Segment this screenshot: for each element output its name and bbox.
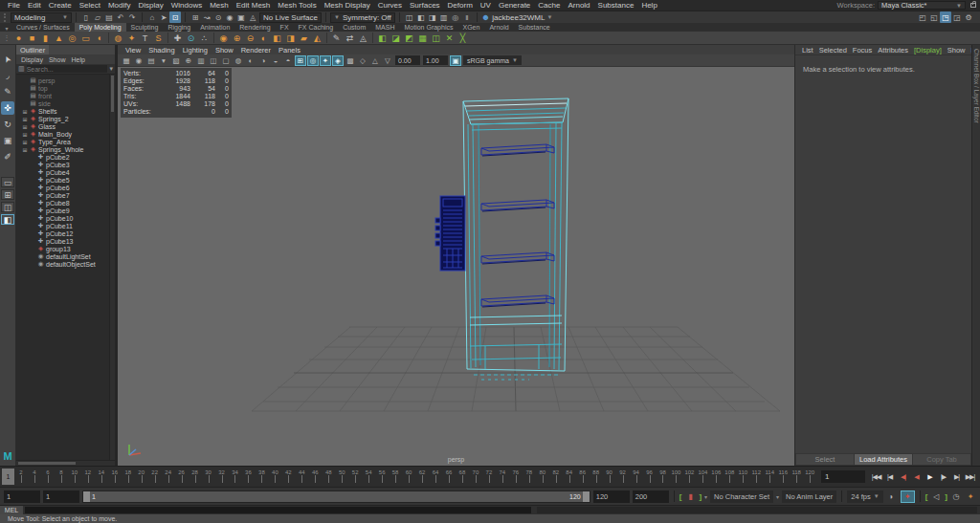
timeline-tick[interactable]: 112 — [749, 469, 763, 485]
gate-mask-icon[interactable]: ◍ — [233, 55, 244, 66]
grease-pencil-icon[interactable]: ▥ — [195, 55, 207, 66]
timeline-tick[interactable]: 58 — [389, 469, 402, 485]
menu-item[interactable]: Curves — [374, 1, 406, 10]
timeline-tick[interactable]: 76 — [509, 469, 523, 485]
timeline-tick[interactable]: 82 — [549, 469, 563, 485]
shelf-tab[interactable]: MASH — [370, 23, 399, 32]
shadows-icon[interactable]: ▩ — [345, 55, 356, 66]
film-gate-icon[interactable]: ◫ — [208, 55, 219, 66]
panel-menu-item[interactable]: Show — [212, 46, 237, 54]
sep[interactable] — [326, 33, 327, 43]
outliner-item[interactable]: ✚ pCube10 — [16, 214, 109, 222]
last-tool[interactable]: ✐ — [1, 150, 14, 163]
timeline-tick[interactable]: 50 — [335, 469, 348, 485]
3d-viewport-canvas[interactable]: Verts:1016 640 Edges:1928 1180 Faces:943… — [118, 67, 794, 466]
step-back-frame-button[interactable]: ◀| — [897, 473, 909, 481]
outliner-search-input[interactable] — [27, 65, 108, 73]
view-transform-icon[interactable]: ▣ — [450, 55, 461, 66]
menu-item[interactable]: Select — [76, 1, 104, 10]
poly-cube-icon[interactable]: ■ — [26, 32, 38, 44]
image-plane-icon[interactable]: ▧ — [170, 55, 182, 66]
sep[interactable] — [167, 33, 168, 43]
exposure-field[interactable]: 0.00 — [395, 55, 420, 65]
combine-icon[interactable]: ⊕ — [231, 32, 243, 44]
step-forward-key-button[interactable]: ▶| — [950, 473, 963, 481]
layout-single-pane[interactable]: ▭ — [1, 177, 14, 187]
poly-cylinder-icon[interactable]: ▮ — [39, 32, 52, 44]
toggle-channel-box-icon[interactable]: ⚙ — [963, 11, 974, 23]
timeline-tick[interactable]: 62 — [415, 469, 429, 485]
outliner-item[interactable]: ▤ persp — [16, 76, 109, 84]
expand-toggle-icon[interactable]: ⊞ — [22, 108, 28, 115]
snap-view-plane-icon[interactable]: ▣ — [235, 11, 247, 23]
attribute-editor-menu-item[interactable]: Show — [945, 46, 969, 54]
timeline-tick[interactable]: 110 — [736, 469, 749, 485]
outliner-item[interactable]: ✚ pCube3 — [16, 161, 109, 168]
extract-icon[interactable]: ◐ — [257, 32, 270, 44]
menu-item[interactable]: Display — [135, 1, 167, 10]
poly-sphere-icon[interactable]: ● — [12, 32, 25, 44]
panel-menu-item[interactable]: Shading — [145, 46, 179, 54]
timeline-tick[interactable]: 84 — [563, 469, 576, 485]
outliner-item[interactable]: ✚ pCube5 — [16, 176, 109, 184]
snap-grid-icon[interactable]: ⊞ — [189, 11, 201, 23]
timeline-tick[interactable]: 118 — [790, 469, 803, 485]
chevron-down-icon[interactable]: ▾ — [109, 65, 113, 73]
timeline-tick[interactable]: 8 — [55, 469, 68, 485]
outliner-item[interactable]: ⊞ ◈ Main_Body — [16, 130, 109, 138]
channel-box-collapsed-tab[interactable]: Channel Box / Layer Editor — [971, 45, 980, 466]
outliner-item[interactable]: ✚ pCube4 — [16, 168, 109, 176]
outliner-item[interactable]: ✚ pCube9 — [16, 207, 109, 214]
save-scene-icon[interactable]: ▤ — [103, 11, 115, 23]
timeline-tick[interactable]: 70 — [469, 469, 482, 485]
play-backwards-button[interactable]: ◀ — [910, 473, 923, 481]
workspace-lock-icon[interactable] — [970, 3, 976, 8]
timeline-tick[interactable]: 72 — [482, 469, 496, 485]
sep[interactable] — [213, 33, 214, 43]
timeline-tick[interactable]: 4 — [28, 469, 41, 485]
outliner-item[interactable]: ⊞ ◈ Springs_Whole — [16, 145, 109, 153]
toggle-modeling-toolkit-icon[interactable]: ◰ — [917, 11, 928, 23]
outliner-item[interactable]: ▤ top — [16, 84, 109, 92]
poly-torus-icon[interactable]: ◎ — [66, 32, 78, 44]
render-settings-icon[interactable]: ◫ — [404, 11, 415, 23]
panel-menu-item[interactable]: Renderer — [237, 46, 275, 54]
layout-outliner-persp[interactable]: ◧ — [1, 214, 14, 225]
chevron-down-icon[interactable]: ▾ — [704, 493, 707, 500]
fps-dropdown[interactable]: 24 fps ▼ — [847, 490, 882, 503]
timeline-tick[interactable]: 94 — [630, 469, 643, 485]
multi-cut-icon[interactable]: ◧ — [376, 32, 389, 44]
menu-item[interactable]: Modify — [104, 1, 135, 10]
separate-icon[interactable]: ⊖ — [244, 32, 256, 44]
shelf-options-icon[interactable]: ⋮ — [2, 34, 11, 42]
shaded-mode-icon[interactable]: ◎ — [307, 55, 319, 66]
timeline-tick[interactable]: 30 — [202, 469, 215, 485]
gamma-field[interactable]: 1.00 — [423, 55, 448, 65]
timeline-tick[interactable]: 38 — [255, 469, 268, 485]
shelf-tab[interactable]: XGen — [457, 23, 484, 32]
snap-curve-icon[interactable]: ↝ — [201, 11, 212, 23]
undo-icon[interactable]: ↶ — [115, 11, 126, 23]
menu-item[interactable]: Substance — [594, 1, 638, 10]
animation-end-field[interactable]: 200 — [633, 490, 669, 503]
outliner-vscrollbar[interactable] — [109, 75, 115, 460]
outliner-item[interactable]: ▤ front — [16, 92, 109, 99]
sep[interactable] — [372, 33, 373, 43]
sep[interactable] — [108, 33, 109, 43]
timeline-tick[interactable]: 42 — [281, 469, 295, 485]
timeline-tick[interactable]: 18 — [122, 469, 135, 485]
use-all-lights-icon[interactable]: ◈ — [332, 55, 344, 66]
outliner-item[interactable]: ▤ side — [16, 99, 109, 107]
panel-menu-item[interactable]: Panels — [275, 46, 304, 54]
outliner-menu-item[interactable]: Help — [68, 56, 87, 63]
timeline-tick[interactable]: 106 — [709, 469, 723, 485]
workspace-dropdown[interactable]: Maya Classic* ▼ — [878, 1, 966, 10]
toggle-attribute-editor-icon[interactable]: ◳ — [940, 11, 951, 23]
panel-menu-item[interactable]: View — [122, 46, 145, 54]
shelf-tab-menu-icon[interactable]: ▾ — [2, 25, 11, 32]
timeline-tick[interactable]: 10 — [68, 469, 81, 485]
menuset-dropdown[interactable]: Modeling ▼ — [11, 12, 72, 23]
outliner-item[interactable]: ✚ pCube2 — [16, 153, 109, 161]
timeline-tick[interactable]: 64 — [429, 469, 442, 485]
insert-edge-loop-icon[interactable]: ✎ — [330, 32, 343, 44]
